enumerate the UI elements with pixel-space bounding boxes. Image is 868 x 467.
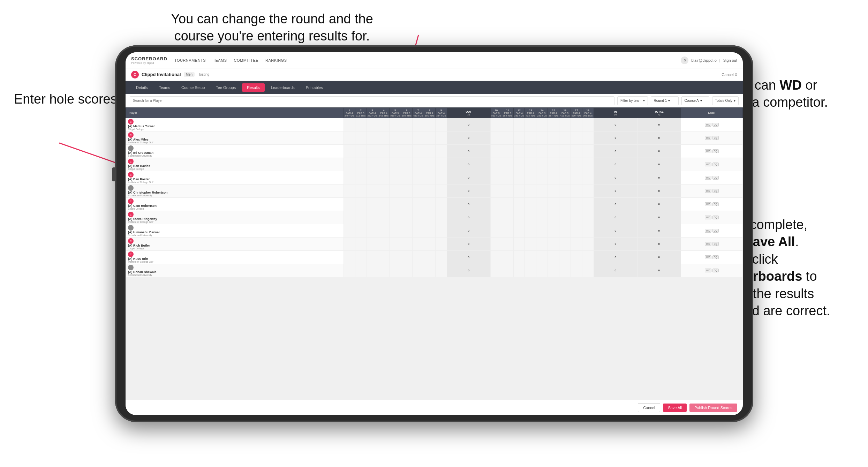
score-hole-2[interactable] [355, 238, 367, 251]
score-hole-2[interactable] [355, 184, 367, 198]
score-hole-5[interactable] [390, 198, 401, 211]
score-hole-7[interactable] [413, 184, 424, 198]
score-hole-18[interactable] [582, 224, 594, 238]
score-hole-7[interactable] [413, 264, 424, 277]
score-hole-6[interactable] [401, 238, 413, 251]
score-hole-9[interactable] [435, 171, 447, 184]
score-hole-11[interactable] [502, 198, 513, 211]
nav-committee[interactable]: COMMITTEE [234, 58, 259, 62]
score-hole-17[interactable] [571, 184, 582, 198]
score-hole-17[interactable] [571, 145, 582, 158]
score-hole-5[interactable] [390, 251, 401, 264]
score-hole-12[interactable] [513, 211, 525, 224]
nav-teams[interactable]: TEAMS [213, 58, 227, 62]
score-hole-16[interactable] [559, 224, 571, 238]
score-hole-3[interactable] [367, 251, 378, 264]
score-hole-2[interactable] [355, 224, 367, 238]
score-hole-15[interactable] [548, 211, 559, 224]
score-hole-9[interactable] [435, 184, 447, 198]
dq-button[interactable]: DQ [712, 123, 719, 127]
score-hole-10[interactable] [490, 118, 502, 131]
score-hole-17[interactable] [571, 238, 582, 251]
score-hole-12[interactable] [513, 264, 525, 277]
score-hole-10[interactable] [490, 224, 502, 238]
score-hole-6[interactable] [401, 211, 413, 224]
score-hole-16[interactable] [559, 118, 571, 131]
score-hole-11[interactable] [502, 158, 513, 171]
score-hole-8[interactable] [424, 264, 436, 277]
score-hole-6[interactable] [401, 158, 413, 171]
score-hole-11[interactable] [502, 224, 513, 238]
score-hole-12[interactable] [513, 131, 525, 145]
score-hole-3[interactable] [367, 198, 378, 211]
score-hole-13[interactable] [525, 171, 536, 184]
score-hole-7[interactable] [413, 251, 424, 264]
publish-button[interactable]: Publish Round Scores [689, 404, 737, 412]
score-hole-18[interactable] [582, 238, 594, 251]
score-hole-10[interactable] [490, 158, 502, 171]
score-hole-2[interactable] [355, 158, 367, 171]
score-hole-8[interactable] [424, 158, 436, 171]
score-hole-3[interactable] [367, 264, 378, 277]
score-hole-3[interactable] [367, 131, 378, 145]
score-hole-6[interactable] [401, 224, 413, 238]
score-hole-9[interactable] [435, 264, 447, 277]
score-hole-13[interactable] [525, 211, 536, 224]
score-hole-15[interactable] [548, 224, 559, 238]
cancel-button[interactable]: Cancel [638, 403, 660, 412]
score-hole-18[interactable] [582, 251, 594, 264]
score-hole-16[interactable] [559, 131, 571, 145]
score-hole-14[interactable] [536, 171, 548, 184]
score-hole-9[interactable] [435, 224, 447, 238]
score-hole-13[interactable] [525, 198, 536, 211]
score-hole-11[interactable] [502, 131, 513, 145]
score-hole-14[interactable] [536, 158, 548, 171]
score-hole-10[interactable] [490, 264, 502, 277]
score-hole-18[interactable] [582, 145, 594, 158]
score-hole-8[interactable] [424, 131, 436, 145]
score-hole-15[interactable] [548, 171, 559, 184]
score-hole-15[interactable] [548, 158, 559, 171]
score-hole-2[interactable] [355, 145, 367, 158]
score-hole-6[interactable] [401, 184, 413, 198]
sign-out-link[interactable]: Sign out [723, 58, 737, 62]
score-hole-4[interactable] [378, 184, 390, 198]
score-hole-14[interactable] [536, 238, 548, 251]
score-hole-1[interactable] [344, 184, 355, 198]
score-hole-10[interactable] [490, 131, 502, 145]
score-hole-4[interactable] [378, 145, 390, 158]
score-hole-18[interactable] [582, 211, 594, 224]
dq-button[interactable]: DQ [712, 163, 719, 166]
tab-printables[interactable]: Printables [301, 83, 328, 92]
score-hole-1[interactable] [344, 158, 355, 171]
save-all-button[interactable]: Save All [663, 404, 687, 412]
score-hole-14[interactable] [536, 198, 548, 211]
score-hole-12[interactable] [513, 158, 525, 171]
score-hole-17[interactable] [571, 224, 582, 238]
score-hole-11[interactable] [502, 238, 513, 251]
tab-teams[interactable]: Teams [154, 83, 175, 92]
score-hole-1[interactable] [344, 131, 355, 145]
tab-leaderboards[interactable]: Leaderboards [266, 83, 300, 92]
score-hole-4[interactable] [378, 118, 390, 131]
wd-button[interactable]: WD [705, 149, 712, 153]
score-hole-8[interactable] [424, 145, 436, 158]
nav-tournaments[interactable]: TOURNAMENTS [174, 58, 206, 62]
score-hole-5[interactable] [390, 264, 401, 277]
score-hole-3[interactable] [367, 184, 378, 198]
score-hole-3[interactable] [367, 145, 378, 158]
score-hole-14[interactable] [536, 224, 548, 238]
score-hole-7[interactable] [413, 198, 424, 211]
score-hole-11[interactable] [502, 118, 513, 131]
wd-button[interactable]: WD [705, 242, 712, 246]
score-hole-8[interactable] [424, 211, 436, 224]
score-hole-1[interactable] [344, 145, 355, 158]
dq-button[interactable]: DQ [712, 229, 719, 233]
score-hole-17[interactable] [571, 264, 582, 277]
tab-course-setup[interactable]: Course Setup [176, 83, 210, 92]
score-hole-16[interactable] [559, 238, 571, 251]
score-hole-9[interactable] [435, 198, 447, 211]
dq-button[interactable]: DQ [712, 136, 719, 140]
score-hole-13[interactable] [525, 158, 536, 171]
score-hole-13[interactable] [525, 131, 536, 145]
